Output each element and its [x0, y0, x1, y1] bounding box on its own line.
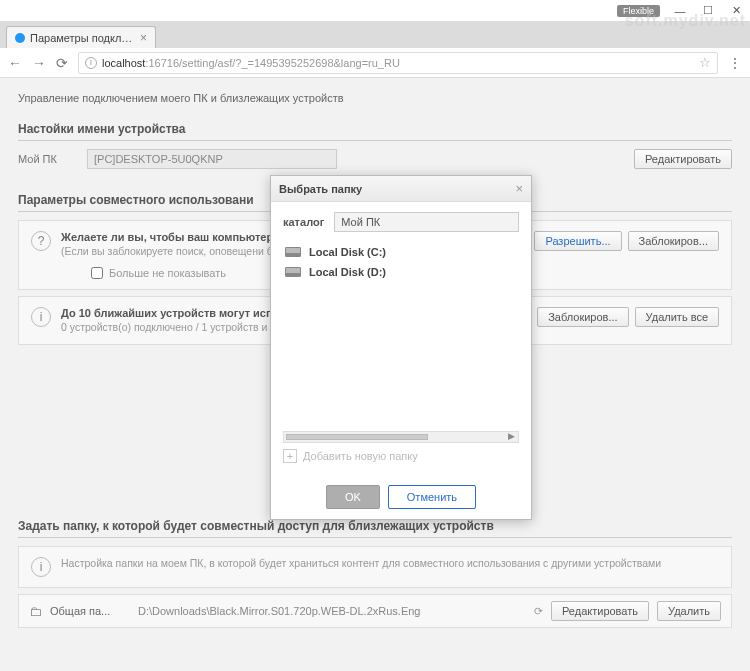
info-icon: i: [31, 557, 51, 577]
delete-folder-button[interactable]: Удалить: [657, 601, 721, 621]
shared-folder-heading: Задать папку, к которой будет совместный…: [18, 519, 732, 538]
device-label: Мой ПК: [18, 153, 73, 165]
forward-button[interactable]: →: [32, 55, 46, 71]
block-button[interactable]: Заблокиров...: [628, 231, 719, 251]
window-close-button[interactable]: ✕: [722, 2, 750, 20]
browser-toolbar: ← → ⟳ i localhost:16716/setting/asf/?_=1…: [0, 48, 750, 78]
add-folder-row[interactable]: + Добавить новую папку: [283, 443, 519, 469]
info-icon: i: [31, 307, 51, 327]
add-folder-label: Добавить новую папку: [303, 450, 418, 462]
window-maximize-button[interactable]: ☐: [694, 2, 722, 20]
plus-icon: +: [283, 449, 297, 463]
tab-title: Параметры подключен: [30, 32, 134, 44]
folder-icon: 🗀: [29, 604, 42, 619]
horizontal-scrollbar[interactable]: [283, 431, 519, 443]
question-icon: ?: [31, 231, 51, 251]
shared-folder-section: Задать папку, к которой будет совместный…: [18, 519, 732, 628]
browser-tab-bar: Параметры подключен ×: [0, 22, 750, 48]
shared-folder-name: Общая па...: [50, 605, 130, 617]
address-bar[interactable]: i localhost:16716/setting/asf/?_=1495395…: [78, 52, 718, 74]
drive-list[interactable]: Local Disk (C:) Local Disk (D:): [283, 242, 519, 427]
ok-button[interactable]: OK: [326, 485, 380, 509]
browser-menu-icon[interactable]: ⋮: [728, 55, 742, 71]
browser-tab[interactable]: Параметры подключен ×: [6, 26, 156, 48]
drive-item[interactable]: Local Disk (C:): [283, 242, 519, 262]
device-name-section: Настойки имени устройства Мой ПК Редакти…: [18, 122, 732, 169]
shared-folder-desc-panel: i Настройка папки на моем ПК, в которой …: [18, 546, 732, 588]
back-button[interactable]: ←: [8, 55, 22, 71]
shared-folder-desc: Настройка папки на моем ПК, в которой бу…: [61, 557, 719, 571]
page-description: Управление подключением моего ПК и близл…: [18, 92, 732, 104]
dont-show-label: Больше не показывать: [109, 267, 226, 279]
bookmark-star-icon[interactable]: ☆: [699, 55, 711, 70]
block-device-button[interactable]: Заблокиров...: [537, 307, 628, 327]
drive-icon: [285, 247, 301, 257]
delete-all-button[interactable]: Удалить все: [635, 307, 719, 327]
drive-icon: [285, 267, 301, 277]
url-rest: :16716/setting/asf/?_=1495395252698&lang…: [145, 57, 399, 69]
dialog-header: Выбрать папку ×: [271, 176, 531, 202]
reload-button[interactable]: ⟳: [56, 55, 68, 71]
shared-folder-path: D:\Downloads\Black.Mirror.S01.720p.WEB-D…: [138, 605, 526, 617]
flexible-tag: Flexible: [617, 5, 660, 17]
tab-favicon: [15, 33, 25, 43]
dialog-close-icon[interactable]: ×: [515, 181, 523, 196]
url-host: localhost: [102, 57, 145, 69]
select-folder-dialog: Выбрать папку × каталог Local Disk (C:) …: [270, 175, 532, 520]
dialog-footer: OK Отменить: [271, 475, 531, 519]
allow-button[interactable]: Разрешить...: [534, 231, 621, 251]
drive-label: Local Disk (C:): [309, 246, 386, 258]
edit-device-button[interactable]: Редактировать: [634, 149, 732, 169]
shared-folder-row: 🗀 Общая па... D:\Downloads\Black.Mirror.…: [18, 594, 732, 628]
refresh-icon[interactable]: ⟳: [534, 605, 543, 618]
cancel-button[interactable]: Отменить: [388, 485, 476, 509]
catalog-label: каталог: [283, 216, 324, 228]
device-name-input[interactable]: [87, 149, 337, 169]
drive-item[interactable]: Local Disk (D:): [283, 262, 519, 282]
site-info-icon[interactable]: i: [85, 57, 97, 69]
dialog-title: Выбрать папку: [279, 183, 515, 195]
device-name-heading: Настойки имени устройства: [18, 122, 732, 141]
dont-show-checkbox[interactable]: [91, 267, 103, 279]
catalog-input[interactable]: [334, 212, 519, 232]
edit-folder-button[interactable]: Редактировать: [551, 601, 649, 621]
window-minimize-button[interactable]: —: [666, 2, 694, 20]
tab-close-icon[interactable]: ×: [140, 31, 147, 45]
drive-label: Local Disk (D:): [309, 266, 386, 278]
window-titlebar: Flexible — ☐ ✕: [0, 0, 750, 22]
